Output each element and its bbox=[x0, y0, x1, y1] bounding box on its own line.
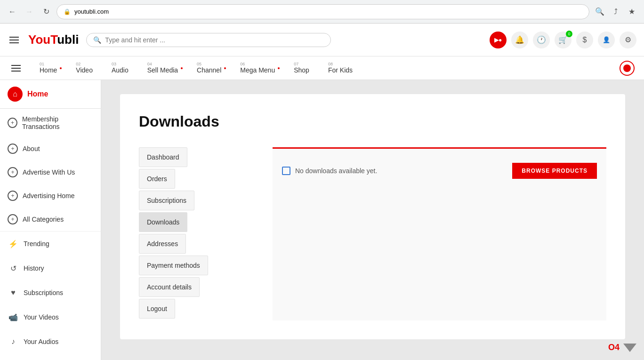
lock-icon: 🔒 bbox=[64, 8, 71, 15]
record-inner bbox=[623, 64, 631, 72]
menu-item-dashboard[interactable]: Dashboard bbox=[139, 147, 187, 167]
checkbox-icon bbox=[282, 167, 290, 175]
sidebar-item-advertising-home[interactable]: + Advertising Home bbox=[0, 184, 101, 208]
nav-label-audio: Audio bbox=[112, 66, 129, 74]
logo-you: You bbox=[28, 32, 50, 47]
sidebar-home-label: Home bbox=[27, 90, 48, 98]
plus-circle-icon: + bbox=[8, 144, 18, 154]
notifications-button[interactable]: 🔔 bbox=[511, 32, 528, 48]
nav-item-mega-menu[interactable]: 06 Mega Menu bbox=[238, 56, 277, 80]
nav-num-for-kids: 08 bbox=[328, 62, 353, 66]
clock-icon: 🕐 bbox=[537, 35, 546, 44]
search-toolbar-icon[interactable]: 🔍 bbox=[593, 5, 606, 18]
nav-dot-home bbox=[60, 67, 62, 69]
logo[interactable]: YouTubli bbox=[28, 32, 79, 47]
nav-item-sell-media[interactable]: 04 Sell Media bbox=[145, 56, 180, 80]
nav-hamburger-line bbox=[11, 71, 21, 72]
lightning-icon: ⚡ bbox=[8, 238, 19, 249]
browser-reload-button[interactable]: ↻ bbox=[40, 5, 53, 18]
search-icon[interactable]: 🔍 bbox=[93, 36, 101, 44]
nav-item-for-kids[interactable]: 08 For Kids bbox=[326, 56, 354, 80]
live-icon: ▶● bbox=[494, 37, 502, 43]
nav-num-video: 02 bbox=[76, 62, 93, 66]
nav-num-shop: 07 bbox=[294, 62, 309, 66]
nav-item-shop[interactable]: 07 Shop bbox=[292, 56, 311, 80]
downloads-main-panel: No downloads available yet. BROWSE PRODU… bbox=[273, 147, 606, 320]
sidebar-item-label: Your Audios bbox=[24, 338, 58, 345]
menu-item-logout[interactable]: Logout bbox=[139, 299, 175, 319]
nav-label-shop: Shop bbox=[294, 66, 309, 74]
search-input[interactable] bbox=[105, 36, 324, 44]
nav-bar: 01 Home 02 Video 03 Audio 04 Sell Media … bbox=[0, 56, 644, 80]
sidebar-item-history[interactable]: ↺ History bbox=[0, 256, 101, 280]
nav-dot-mega-menu bbox=[278, 67, 280, 69]
clock-button[interactable]: 🕐 bbox=[533, 32, 550, 48]
settings-icon: ⚙ bbox=[625, 35, 631, 44]
sidebar-item-about[interactable]: + About bbox=[0, 137, 101, 160]
nav-item-audio[interactable]: 03 Audio bbox=[110, 56, 130, 80]
nav-label-video: Video bbox=[76, 66, 93, 74]
nav-item-channel[interactable]: 05 Channel bbox=[195, 56, 223, 80]
url-input[interactable] bbox=[74, 8, 582, 15]
sidebar: ⌂ Home + Membership Transactions + About… bbox=[0, 80, 101, 360]
menu-item-downloads[interactable]: Downloads bbox=[139, 212, 187, 232]
sidebar-item-label: Advertise With Us bbox=[23, 168, 75, 176]
nav-item-video[interactable]: 02 Video bbox=[74, 56, 95, 80]
nav-item-home[interactable]: 01 Home bbox=[38, 56, 59, 80]
sidebar-item-label: All Categories bbox=[23, 216, 64, 223]
menu-item-account-details[interactable]: Account details bbox=[139, 277, 200, 297]
hamburger-line bbox=[9, 40, 19, 40]
hamburger-line bbox=[9, 42, 19, 43]
add-user-button[interactable]: 👤 bbox=[598, 32, 615, 48]
settings-button[interactable]: ⚙ bbox=[620, 32, 636, 48]
nav-label-sell-media: Sell Media bbox=[147, 66, 178, 74]
sidebar-item-advertise-with-us[interactable]: + Advertise With Us bbox=[0, 160, 101, 184]
cart-button[interactable]: 🛒 0 bbox=[555, 32, 572, 48]
hamburger-button[interactable] bbox=[8, 35, 21, 45]
sidebar-item-label: About bbox=[23, 145, 40, 152]
menu-item-addresses[interactable]: Addresses bbox=[139, 234, 186, 254]
bookmark-toolbar-icon[interactable]: ★ bbox=[625, 5, 638, 18]
sidebar-item-your-playlists[interactable]: ☰ Your Playlists bbox=[0, 354, 101, 360]
bell-icon: 🔔 bbox=[515, 35, 524, 44]
browser-forward-button[interactable]: → bbox=[23, 5, 36, 18]
sidebar-item-your-videos[interactable]: 📹 Your Videos bbox=[0, 305, 101, 329]
record-button[interactable] bbox=[620, 61, 635, 76]
nav-hamburger-line bbox=[11, 65, 21, 66]
search-bar: 🔍 bbox=[86, 33, 331, 47]
home-icon: ⌂ bbox=[8, 87, 23, 102]
browser-toolbar-icons: 🔍 ⤴ ★ bbox=[593, 5, 638, 18]
plus-circle-icon: + bbox=[8, 191, 18, 201]
sidebar-item-label: Your Videos bbox=[24, 313, 59, 321]
page-card: Downloads Dashboard Orders Subscriptions… bbox=[120, 94, 625, 339]
menu-item-payment-methods[interactable]: Payment methods bbox=[139, 256, 208, 275]
sidebar-item-membership-transactions[interactable]: + Membership Transactions bbox=[0, 109, 101, 137]
footer-page-num: O4 bbox=[608, 343, 620, 352]
live-button[interactable]: ▶● bbox=[490, 32, 507, 48]
main-content: Downloads Dashboard Orders Subscriptions… bbox=[101, 80, 644, 360]
browser-back-button[interactable]: ← bbox=[6, 5, 19, 18]
share-toolbar-icon[interactable]: ⤴ bbox=[609, 5, 622, 18]
dollar-button[interactable]: $ bbox=[576, 32, 593, 48]
history-icon: ↺ bbox=[8, 263, 19, 274]
logo-tubli: ubli bbox=[57, 32, 79, 47]
nav-hamburger-button[interactable] bbox=[9, 63, 23, 73]
cart-badge: 0 bbox=[566, 31, 572, 37]
sidebar-home-item[interactable]: ⌂ Home bbox=[0, 80, 101, 109]
page-title: Downloads bbox=[139, 113, 606, 130]
plus-circle-icon: + bbox=[8, 214, 18, 224]
sidebar-item-your-audios[interactable]: ♪ Your Audios bbox=[0, 329, 101, 354]
sidebar-item-trending[interactable]: ⚡ Trending bbox=[0, 232, 101, 256]
menu-item-subscriptions[interactable]: Subscriptions bbox=[139, 191, 194, 210]
header-icons: ▶● 🔔 🕐 🛒 0 $ 👤 ⚙ bbox=[490, 32, 636, 48]
sidebar-section-media: ⚡ Trending ↺ History ♥ Subscriptions 📹 Y… bbox=[0, 232, 101, 360]
menu-item-orders[interactable]: Orders bbox=[139, 169, 175, 189]
sidebar-item-subscriptions[interactable]: ♥ Subscriptions bbox=[0, 280, 101, 305]
no-downloads-text: No downloads available yet. bbox=[295, 167, 377, 175]
nav-dot-channel bbox=[224, 67, 226, 69]
music-icon: ♪ bbox=[8, 336, 19, 347]
sidebar-item-all-categories[interactable]: + All Categories bbox=[0, 208, 101, 231]
scroll-down-arrow[interactable] bbox=[623, 344, 636, 352]
browse-products-button[interactable]: BROWSE PRODUCTS bbox=[512, 163, 597, 179]
sidebar-item-label: Membership Transactions bbox=[22, 115, 93, 130]
